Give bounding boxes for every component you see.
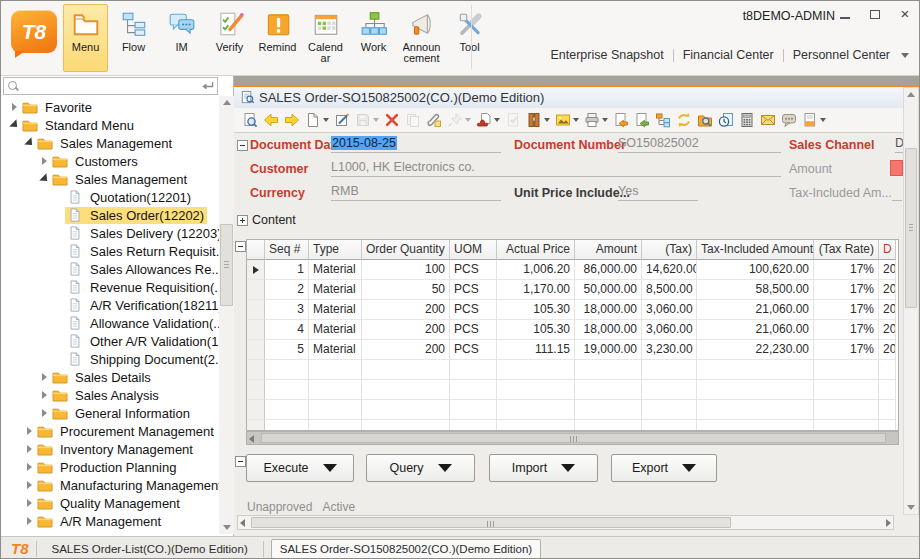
grid-cell[interactable]: 111.15 — [497, 340, 575, 360]
tree-item-sales-analysis[interactable]: Sales Analysis — [1, 386, 219, 404]
ribbon-button-menu[interactable]: Menu — [63, 4, 108, 72]
calculator-button[interactable] — [738, 111, 756, 129]
grid-column-header-selector[interactable] — [247, 240, 265, 260]
row-selector[interactable] — [247, 340, 265, 360]
tree-collapsed-icon[interactable] — [9, 102, 20, 113]
grid-cell[interactable]: PCS — [450, 300, 497, 320]
grid-cell[interactable]: 19,000.00 — [575, 340, 642, 360]
grid-column-header-actual-price[interactable]: Actual Price — [497, 240, 575, 260]
scrollbar-thumb[interactable] — [251, 517, 731, 528]
folder-search-button[interactable] — [696, 111, 714, 129]
unit-price-include-value[interactable]: Yes — [618, 184, 698, 201]
page-green-button[interactable] — [633, 111, 651, 129]
grid-cell[interactable]: 20 — [879, 260, 896, 280]
grid-horizontal-scrollbar[interactable] — [246, 431, 899, 445]
grid-cell[interactable]: 86,000.00 — [575, 260, 642, 280]
grid-cell[interactable]: 3,060.00 — [642, 300, 697, 320]
grid-row-3[interactable]: 3Material200PCS105.3018,000.003,060.0021… — [247, 300, 898, 320]
nav-link-enterprise-snapshot[interactable]: Enterprise Snapshot — [550, 48, 663, 62]
grid-cell[interactable]: 105.30 — [497, 320, 575, 340]
grid-cell[interactable]: 100 — [362, 260, 450, 280]
search-input[interactable] — [22, 80, 201, 92]
grid-cell[interactable]: 50 — [362, 280, 450, 300]
sales-channel-value[interactable]: D — [895, 136, 903, 153]
tree-item-standard-menu[interactable]: Standard Menu — [1, 116, 219, 134]
scroll-left-icon[interactable] — [249, 435, 254, 443]
grid-cell[interactable]: 1 — [265, 260, 309, 280]
ribbon-button-flow[interactable]: Flow — [111, 4, 156, 72]
minimize-button[interactable] — [837, 7, 853, 21]
grid-column-header-tax[interactable]: (Tax) — [642, 240, 697, 260]
flow-button[interactable] — [654, 111, 672, 129]
new-button[interactable] — [304, 111, 330, 129]
grid-row-4[interactable]: 4Material200PCS105.3018,000.003,060.0021… — [247, 320, 898, 340]
tree-item-production-planning[interactable]: Production Planning — [1, 458, 219, 476]
customer-value[interactable]: L1000, HK Electronics co. — [331, 160, 781, 177]
grid-column-header-amount[interactable]: Amount — [575, 240, 642, 260]
grid-cell[interactable]: PCS — [450, 260, 497, 280]
panel-horizontal-scrollbar[interactable] — [237, 515, 894, 530]
back-button[interactable] — [262, 111, 280, 129]
grid-row-5[interactable]: 5Material200PCS111.1519,000.003,230.0022… — [247, 340, 898, 360]
grid-cell[interactable]: PCS — [450, 340, 497, 360]
grid-cell[interactable]: 100,620.00 — [697, 260, 814, 280]
mail-button[interactable] — [759, 111, 777, 129]
grid-column-header-tax-included-amount[interactable]: Tax-Included Amount — [697, 240, 814, 260]
edit-button[interactable] — [333, 111, 351, 129]
grid-cell[interactable]: 21,060.00 — [697, 320, 814, 340]
tree-collapsed-icon[interactable] — [24, 480, 35, 491]
grid-cell[interactable]: 21,060.00 — [697, 300, 814, 320]
grid-column-header-order-quantity[interactable]: Order Quantity — [362, 240, 450, 260]
app-logo[interactable]: T8 — [11, 10, 57, 53]
tree-collapsed-icon[interactable] — [39, 408, 50, 419]
tree-expanded-icon[interactable] — [9, 120, 20, 131]
print-button[interactable] — [583, 111, 609, 129]
currency-value[interactable]: RMB — [331, 184, 501, 201]
nav-overflow-icon[interactable] — [901, 53, 909, 58]
ribbon-button-tool[interactable]: Tool — [447, 4, 492, 72]
grid-cell[interactable]: 50,000.00 — [575, 280, 642, 300]
tree-expanded-icon[interactable] — [39, 174, 50, 185]
grid-cell[interactable]: 3,060.00 — [642, 320, 697, 340]
grid-column-header-d[interactable]: D — [879, 240, 896, 260]
attach-button[interactable] — [425, 111, 443, 129]
grid-column-header-seq[interactable]: Seq # — [265, 240, 309, 260]
grid-cell[interactable]: 17% — [814, 340, 879, 360]
tree-item-quotation-12201[interactable]: Quotation(12201) — [1, 188, 219, 206]
ribbon-button-verify[interactable]: Verify — [207, 4, 252, 72]
scrollbar-thumb[interactable] — [220, 224, 233, 306]
export-button[interactable]: Export — [611, 454, 717, 482]
grid-cell[interactable]: 2 — [265, 280, 309, 300]
row-selector[interactable] — [247, 320, 265, 340]
tree-item-sales-delivery-12203[interactable]: Sales Delivery (12203) — [1, 224, 219, 242]
grid-cell[interactable]: Material — [309, 320, 362, 340]
sidebar-scrollbar[interactable] — [219, 96, 234, 534]
grid-cell[interactable]: 17% — [814, 260, 879, 280]
grid-cell[interactable]: 3,230.00 — [642, 340, 697, 360]
current-row-indicator[interactable] — [247, 260, 265, 280]
ribbon-button-announcement[interactable]: Announcement — [399, 4, 444, 72]
forward-button[interactable] — [283, 111, 301, 129]
page-orange-button[interactable] — [612, 111, 630, 129]
tree-collapsed-icon[interactable] — [39, 156, 50, 167]
scroll-up-icon[interactable] — [904, 88, 918, 101]
tree-item-inventory-management[interactable]: Inventory Management — [1, 440, 219, 458]
scrollbar-thumb[interactable] — [261, 433, 886, 443]
tree-item-sales-details[interactable]: Sales Details — [1, 368, 219, 386]
row-selector[interactable] — [247, 280, 265, 300]
grid-cell[interactable]: 5 — [265, 340, 309, 360]
nav-link-personnel-center[interactable]: Personnel Center — [793, 48, 890, 62]
preview-button[interactable] — [241, 111, 259, 129]
delete-button[interactable] — [383, 111, 401, 129]
grid-cell[interactable]: 17% — [814, 320, 879, 340]
scroll-right-icon[interactable] — [886, 519, 891, 527]
tree-collapsed-icon[interactable] — [24, 444, 35, 455]
row-selector[interactable] — [247, 300, 265, 320]
ribbon-button-im[interactable]: IM — [159, 4, 204, 72]
grid-cell[interactable]: PCS — [450, 280, 497, 300]
query-button[interactable]: Query — [366, 454, 475, 482]
grid-row-2[interactable]: 2Material50PCS1,170.0050,000.008,500.005… — [247, 280, 898, 300]
tree-item-sales-order-12202[interactable]: Sales Order(12202) — [1, 206, 219, 224]
chat-button[interactable] — [780, 111, 798, 129]
maximize-button[interactable] — [867, 7, 883, 21]
